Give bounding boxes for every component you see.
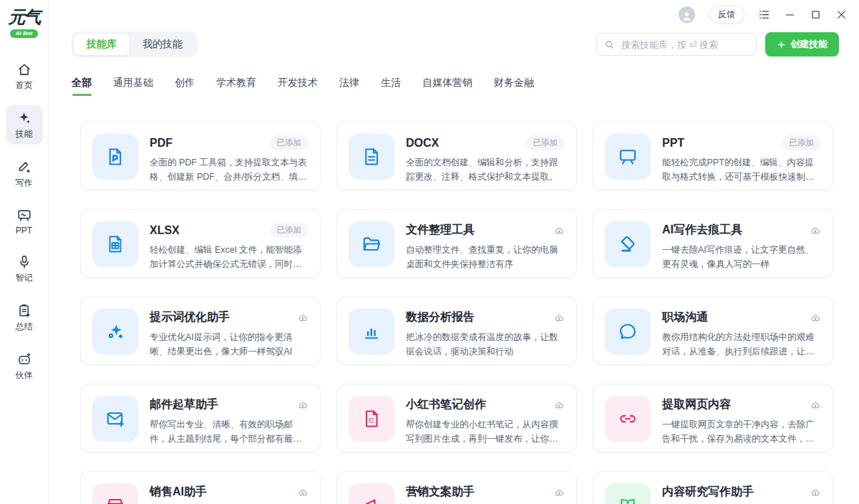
sidebar-item-ppt[interactable]: PPT bbox=[6, 203, 43, 240]
header-row: 技能库 我的技能 创建技能 bbox=[72, 32, 839, 57]
skill-card-title: 提取网页内容 bbox=[662, 397, 731, 412]
svg-text:红: 红 bbox=[369, 417, 374, 424]
sidebar-item-label: PPT bbox=[16, 226, 32, 236]
cloud-download-icon[interactable] bbox=[553, 399, 565, 411]
skill-card-description: 全面的文档创建、编辑和分析，支持跟踪更改、注释、格式保护和文本提取。 bbox=[406, 155, 565, 184]
link-icon bbox=[605, 396, 651, 442]
cloud-download-icon[interactable] bbox=[810, 487, 821, 498]
skill-card[interactable]: XLSX已添加轻松创建、编辑 Excel 文件，能智能添加计算公式并确保公式无错… bbox=[80, 209, 321, 278]
skill-card-title: PDF bbox=[150, 137, 173, 150]
main-content: 技能库 我的技能 创建技能 全部通用基础创作学术教育开发技术法律生活自媒体营销财… bbox=[49, 32, 859, 504]
easel-icon bbox=[605, 134, 651, 180]
sparkles-icon bbox=[16, 110, 32, 126]
create-skill-label: 创建技能 bbox=[790, 38, 828, 51]
added-badge: 已添加 bbox=[270, 135, 309, 150]
app-logo-text: 元气 bbox=[9, 9, 40, 26]
skill-card-title: XLSX bbox=[150, 224, 180, 237]
app-logo: 元气 AI Bot bbox=[9, 9, 40, 38]
sidebar-item-summary[interactable]: 总结 bbox=[6, 298, 43, 337]
skill-card-description: 轻松创建、编辑 Excel 文件，能智能添加计算公式并确保公式无错误，同时可按规… bbox=[150, 243, 309, 271]
skill-card-title: 营销文案助手 bbox=[406, 485, 475, 500]
category-tab-6[interactable]: 生活 bbox=[381, 77, 401, 96]
skill-card-title: PPT bbox=[662, 137, 684, 150]
tab-skill-library[interactable]: 技能库 bbox=[74, 34, 130, 55]
search-input[interactable] bbox=[620, 39, 749, 51]
sidebar-item-writing[interactable]: 写作 bbox=[6, 154, 43, 193]
sidebar-item-label: 智记 bbox=[16, 272, 33, 284]
skill-card[interactable]: PDF已添加全面的 PDF 工具箱，支持提取文本与表格、创建新 PDF、合并/拆… bbox=[80, 122, 321, 190]
sparkle-wand-icon bbox=[92, 309, 138, 354]
red-note-icon: 红 bbox=[349, 396, 394, 442]
bar-chart-icon bbox=[349, 309, 394, 354]
skill-card[interactable]: 销售AI助手 bbox=[80, 471, 321, 504]
skill-card-description: 专业优化AI提示词，让你的指令更清晰、结果更出色，像大师一样驾驭AI bbox=[150, 330, 309, 359]
skill-card[interactable]: AI写作去痕工具一键去除AI写作痕迹，让文字更自然、更有灵魂，像真人写的一样 bbox=[593, 209, 833, 278]
skill-card-title: 文件整理工具 bbox=[406, 223, 475, 238]
spreadsheet-icon bbox=[92, 221, 138, 267]
clipboard-icon bbox=[16, 303, 32, 319]
skill-card-title: AI写作去痕工具 bbox=[662, 223, 742, 238]
sidebar-item-skills[interactable]: 技能 bbox=[6, 105, 43, 145]
sidebar-item-home[interactable]: 首页 bbox=[6, 57, 43, 96]
skill-card-description: 把冰冷的数据变成有温度的故事，让数据会说话，驱动决策和行动 bbox=[406, 330, 565, 359]
skill-card[interactable]: 数据分析报告把冰冷的数据变成有温度的故事，让数据会说话，驱动决策和行动 bbox=[336, 296, 577, 365]
cloud-download-icon[interactable] bbox=[297, 487, 309, 498]
sidebar-item-label: 总结 bbox=[16, 321, 33, 333]
presentation-icon bbox=[16, 208, 32, 223]
cloud-download-icon[interactable] bbox=[810, 225, 821, 236]
skill-card-description: 一键去除AI写作痕迹，让文字更自然、更有灵魂，像真人写的一样 bbox=[662, 243, 821, 271]
feedback-button[interactable]: 反馈 bbox=[709, 6, 744, 24]
skill-card-description: 帮你写出专业、清晰、有效的职场邮件，从主题到结尾，每个部分都有最佳实践和模板参考 bbox=[150, 417, 309, 446]
sidebar: 元气 AI Bot 首页技能写作PPT智记总结伙伴 bbox=[0, 0, 49, 504]
category-tab-2[interactable]: 创作 bbox=[175, 77, 195, 96]
skill-card-description: 帮你创建专业的小红书笔记，从内容撰写到图片生成，再到一键发布，让你的笔记更有吸.… bbox=[406, 417, 565, 446]
cloud-download-icon[interactable] bbox=[297, 312, 309, 324]
maximize-icon[interactable] bbox=[810, 9, 822, 21]
pencil-icon bbox=[16, 159, 32, 175]
cloud-download-icon[interactable] bbox=[553, 225, 565, 236]
docx-doc-icon bbox=[349, 134, 394, 180]
plus-icon bbox=[777, 40, 786, 49]
close-icon[interactable] bbox=[835, 9, 848, 21]
category-tab-0[interactable]: 全部 bbox=[72, 77, 92, 96]
megaphone-icon bbox=[349, 483, 394, 504]
cloud-download-icon[interactable] bbox=[810, 312, 821, 324]
category-tab-8[interactable]: 财务金融 bbox=[494, 77, 534, 96]
list-icon[interactable] bbox=[758, 9, 770, 21]
sidebar-item-partner[interactable]: 伙伴 bbox=[6, 346, 43, 386]
cloud-download-icon[interactable] bbox=[810, 399, 821, 411]
skill-card[interactable]: 提示词优化助手专业优化AI提示词，让你的指令更清晰、结果更出色，像大师一样驾驭A… bbox=[80, 296, 321, 365]
category-tab-1[interactable]: 通用基础 bbox=[113, 77, 153, 96]
cloud-download-icon[interactable] bbox=[553, 487, 565, 498]
storefront-icon bbox=[92, 483, 138, 504]
category-tab-7[interactable]: 自媒体营销 bbox=[422, 77, 472, 96]
skill-card[interactable]: 内容研究写作助手 bbox=[593, 471, 833, 504]
skill-card[interactable]: 提取网页内容一键提取网页文章的干净内容，去除广告和干扰，保存为易读的文本文件，支… bbox=[593, 384, 833, 452]
skill-card[interactable]: 邮件起草助手帮你写出专业、清晰、有效的职场邮件，从主题到结尾，每个部分都有最佳实… bbox=[80, 384, 321, 452]
skill-card-description: 能轻松完成PPT的创建、编辑、内容提取与格式转换，还可基于模板快速制作符合设计风… bbox=[662, 155, 821, 184]
category-tab-4[interactable]: 开发技术 bbox=[278, 77, 318, 96]
skill-card[interactable]: 营销文案助手 bbox=[336, 471, 577, 504]
skill-card-title: 数据分析报告 bbox=[406, 310, 475, 325]
skill-card-description: 自动整理文件、查找重复，让你的电脑桌面和文件夹保持整洁有序 bbox=[406, 243, 565, 271]
cloud-download-icon[interactable] bbox=[297, 399, 309, 411]
tab-my-skills[interactable]: 我的技能 bbox=[130, 34, 195, 55]
microphone-icon bbox=[16, 254, 32, 270]
user-avatar[interactable] bbox=[679, 6, 695, 23]
category-tab-3[interactable]: 学术教育 bbox=[216, 77, 256, 96]
skill-card[interactable]: 红小红书笔记创作帮你创建专业的小红书笔记，从内容撰写到图片生成，再到一键发布，让… bbox=[336, 384, 577, 452]
category-tab-5[interactable]: 法律 bbox=[339, 77, 359, 96]
home-icon bbox=[16, 62, 32, 77]
cloud-download-icon[interactable] bbox=[553, 312, 565, 324]
skill-card[interactable]: PPT已添加能轻松完成PPT的创建、编辑、内容提取与格式转换，还可基于模板快速制… bbox=[593, 122, 833, 190]
create-skill-button[interactable]: 创建技能 bbox=[765, 32, 839, 57]
folder-open-icon bbox=[349, 221, 394, 267]
skill-card[interactable]: 文件整理工具自动整理文件、查找重复，让你的电脑桌面和文件夹保持整洁有序 bbox=[336, 209, 577, 278]
skill-card[interactable]: 职场沟通教你用结构化的方法处理职场中的艰难对话，从准备、执行到后续跟进，让沟通更… bbox=[593, 296, 833, 365]
robot-icon bbox=[16, 352, 32, 367]
skill-card[interactable]: DOCX已添加全面的文档创建、编辑和分析，支持跟踪更改、注释、格式保护和文本提取… bbox=[336, 122, 577, 190]
minimize-icon[interactable] bbox=[784, 9, 796, 21]
search-box[interactable] bbox=[596, 33, 757, 56]
sidebar-item-notes[interactable]: 智记 bbox=[6, 249, 43, 289]
added-badge: 已添加 bbox=[270, 223, 309, 238]
